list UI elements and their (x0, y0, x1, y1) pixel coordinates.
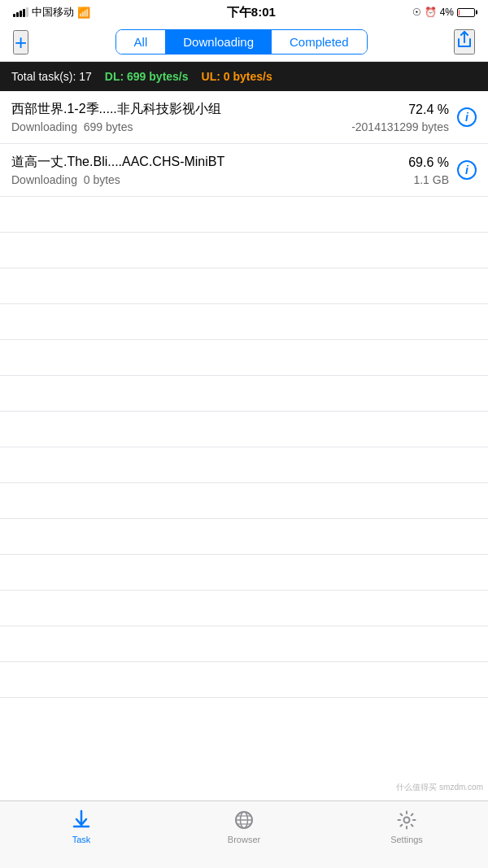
tab-item-settings[interactable]: Settings (374, 808, 439, 844)
nav-bar: + All Downloading Completed (0, 23, 488, 62)
battery-percent: 4% (440, 7, 454, 18)
empty-row-6 (0, 376, 488, 412)
task-size-2: 1.1 GB (413, 173, 449, 186)
empty-row-9 (0, 483, 488, 519)
task-content-2: 道高一丈.The.Bli....AAC.CHS-MiniBT 69.6 % Do… (11, 154, 457, 186)
task-content-1: 西部世界.1-2季.....非凡科技影视小组 72.4 % Downloadin… (11, 101, 457, 133)
task-detail-row-1: Downloading 699 bytes -2014131299 bytes (11, 120, 457, 133)
task-tab-icon (69, 808, 94, 832)
tab-bar: Task Browser (0, 800, 488, 868)
settings-tab-icon (394, 808, 419, 832)
empty-row-14 (0, 662, 488, 698)
download-speed: DL: 699 bytes/s (105, 70, 189, 83)
task-percent-1: 72.4 % (408, 103, 449, 117)
task-info-button-2[interactable]: i (457, 160, 477, 180)
task-size-1: -2014131299 bytes (351, 120, 449, 133)
settings-tab-label: Settings (390, 835, 423, 844)
task-row-2[interactable]: 道高一丈.The.Bli....AAC.CHS-MiniBT 69.6 % Do… (0, 144, 488, 197)
empty-row-3 (0, 268, 488, 304)
empty-row-8 (0, 447, 488, 483)
task-tab-label: Task (72, 835, 91, 844)
tab-item-browser[interactable]: Browser (211, 808, 277, 844)
empty-row-7 (0, 412, 488, 447)
tab-completed[interactable]: Completed (272, 30, 367, 54)
empty-row-4 (0, 304, 488, 340)
task-status-2: Downloading 0 bytes (11, 173, 120, 186)
add-button[interactable]: + (13, 30, 28, 55)
empty-row-2 (0, 233, 488, 268)
empty-row-12 (0, 591, 488, 626)
signal-bars (13, 7, 28, 17)
eye-icon: ☉ (412, 7, 421, 18)
task-status-1: Downloading 699 bytes (11, 120, 133, 133)
watermark: 什么值得买 smzdm.com (391, 780, 488, 795)
tab-item-task[interactable]: Task (49, 808, 114, 844)
upload-speed: UL: 0 bytes/s (202, 70, 272, 83)
task-title-row-1: 西部世界.1-2季.....非凡科技影视小组 72.4 % (11, 101, 457, 118)
main-content: Total task(s): 17 DL: 699 bytes/s UL: 0 … (0, 62, 488, 765)
status-right: ☉ ⏰ 4% (412, 7, 475, 18)
browser-tab-icon (232, 808, 256, 832)
task-percent-2: 69.6 % (408, 155, 449, 170)
task-info-button-1[interactable]: i (457, 107, 477, 127)
task-title-2: 道高一丈.The.Bli....AAC.CHS-MiniBT (11, 154, 224, 171)
stats-bar: Total task(s): 17 DL: 699 bytes/s UL: 0 … (0, 62, 488, 91)
carrier-label: 中国移动 (32, 5, 74, 20)
total-tasks: Total task(s): 17 (11, 70, 92, 83)
task-title-1: 西部世界.1-2季.....非凡科技影视小组 (11, 101, 221, 118)
time-display: 下午8:01 (227, 5, 276, 20)
battery-indicator (457, 8, 475, 17)
tab-downloading[interactable]: Downloading (165, 30, 272, 54)
status-left: 中国移动 📶 (13, 5, 90, 20)
share-button[interactable] (454, 29, 475, 55)
tab-all[interactable]: All (116, 30, 166, 54)
task-detail-row-2: Downloading 0 bytes 1.1 GB (11, 173, 457, 186)
empty-row-11 (0, 555, 488, 591)
task-row-1[interactable]: 西部世界.1-2季.....非凡科技影视小组 72.4 % Downloadin… (0, 91, 488, 144)
browser-tab-label: Browser (228, 835, 260, 844)
empty-row-5 (0, 340, 488, 376)
empty-row-13 (0, 626, 488, 662)
alarm-icon: ⏰ (425, 7, 437, 18)
empty-row-1 (0, 197, 488, 233)
wifi-icon: 📶 (77, 7, 90, 19)
task-list: 西部世界.1-2季.....非凡科技影视小组 72.4 % Downloadin… (0, 91, 488, 698)
segmented-control: All Downloading Completed (115, 29, 368, 55)
empty-row-10 (0, 519, 488, 555)
svg-point-2 (404, 818, 410, 823)
status-bar: 中国移动 📶 下午8:01 ☉ ⏰ 4% (0, 0, 488, 23)
task-title-row-2: 道高一丈.The.Bli....AAC.CHS-MiniBT 69.6 % (11, 154, 457, 171)
